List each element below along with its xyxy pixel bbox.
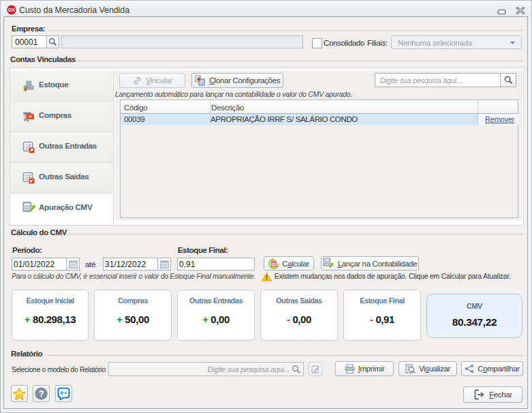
svg-text:?: ?: [39, 388, 44, 399]
svg-text:DX: DX: [8, 7, 15, 12]
